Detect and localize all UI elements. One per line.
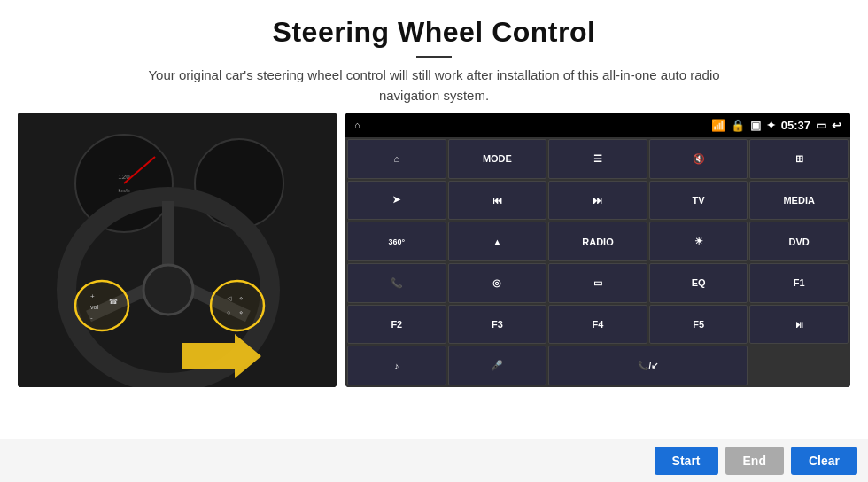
tv-btn[interactable]: TV [649, 181, 748, 221]
control-grid: ⌂ MODE ☰ 🔇 ⊞ ➤ ⏮ ⏭ TV MEDIA 360° ▲ RADIO… [345, 137, 850, 387]
home-status-icon: ⌂ [354, 120, 360, 130]
phone-btn[interactable]: 📞 [347, 263, 446, 303]
f4-btn[interactable]: F4 [548, 305, 647, 345]
navigate-btn[interactable]: ➤ [347, 181, 446, 221]
play-pause-btn[interactable]: ⏯ [749, 305, 849, 345]
phone-end-btn[interactable]: 📞/↙ [548, 346, 748, 385]
mode-btn[interactable]: MODE [448, 139, 547, 179]
f2-btn[interactable]: F2 [347, 305, 446, 345]
radio-btn[interactable]: RADIO [548, 222, 647, 261]
prev-btn[interactable]: ⏮ [448, 181, 547, 221]
svg-point-11 [75, 281, 128, 330]
screen-mirror-btn[interactable]: ▭ [548, 263, 647, 303]
time-display: 05:37 [781, 119, 810, 132]
dvd-btn[interactable]: DVD [749, 222, 849, 261]
svg-text:+: + [90, 292, 95, 300]
svg-text:vol: vol [90, 304, 98, 310]
back-icon: ↩ [832, 119, 841, 132]
navi-btn[interactable]: ◎ [448, 263, 547, 303]
apps-btn[interactable]: ⊞ [749, 139, 849, 179]
clear-button[interactable]: Clear [791, 447, 857, 475]
lock-status-icon: 🔒 [731, 119, 745, 132]
f5-btn[interactable]: F5 [649, 305, 748, 345]
f3-btn[interactable]: F3 [448, 305, 547, 345]
brightness-btn[interactable]: ☀ [649, 222, 748, 261]
svg-text:○: ○ [227, 309, 230, 315]
page-title: Steering Wheel Control [35, 16, 833, 49]
screen-icon: ▭ [816, 119, 826, 132]
status-bar: ⌂ 📶 🔒 ▣ ✦ 05:37 ▭ ↩ [345, 113, 850, 137]
title-divider [416, 56, 452, 58]
header-section: Steering Wheel Control Your original car… [0, 0, 868, 113]
svg-text:⋄: ⋄ [239, 295, 243, 301]
status-left: ⌂ [354, 120, 360, 130]
cam360-btn[interactable]: 360° [347, 222, 446, 261]
main-content: 120 km/h + [0, 113, 868, 439]
page: Steering Wheel Control Your original car… [0, 0, 868, 482]
steering-wheel-image: 120 km/h + [18, 113, 337, 387]
svg-text:☎: ☎ [109, 298, 118, 306]
f1-btn[interactable]: F1 [749, 263, 849, 303]
mute-btn[interactable]: 🔇 [649, 139, 748, 179]
wifi-status-icon: 📶 [711, 119, 725, 132]
steering-bg: 120 km/h + [18, 113, 337, 387]
bluetooth-status-icon: ✦ [766, 119, 776, 132]
mic-btn[interactable]: 🎤 [448, 346, 547, 385]
status-right: 📶 🔒 ▣ ✦ 05:37 ▭ ↩ [711, 119, 841, 132]
bottom-bar: Start End Clear [0, 439, 868, 482]
svg-point-10 [143, 265, 193, 315]
home-btn[interactable]: ⌂ [347, 139, 446, 179]
header-description: Your original car's steering wheel contr… [133, 66, 735, 105]
menu-btn[interactable]: ☰ [548, 139, 647, 179]
media-btn[interactable]: MEDIA [749, 181, 849, 221]
android-head-unit: ⌂ 📶 🔒 ▣ ✦ 05:37 ▭ ↩ ⌂ MODE ☰ 🔇 ⊞ [345, 113, 850, 387]
start-button[interactable]: Start [655, 447, 718, 475]
svg-point-16 [211, 281, 264, 330]
music-btn[interactable]: ♪ [347, 346, 446, 385]
steering-wheel-svg: 120 km/h + [18, 113, 337, 387]
eject-btn[interactable]: ▲ [448, 222, 547, 261]
svg-text:-: - [90, 314, 93, 322]
svg-text:⋄: ⋄ [239, 309, 243, 315]
end-button[interactable]: End [725, 447, 784, 475]
sim-status-icon: ▣ [750, 119, 761, 132]
svg-text:km/h: km/h [118, 188, 129, 193]
next-btn[interactable]: ⏭ [548, 181, 647, 221]
eq-btn[interactable]: EQ [649, 263, 748, 303]
